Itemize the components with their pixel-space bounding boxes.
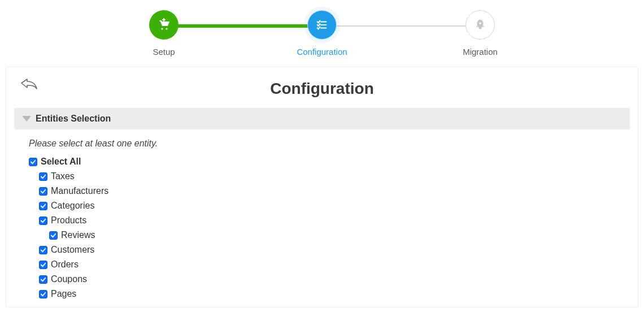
rocket-icon [474,19,486,31]
entity-label: Manufacturers [51,186,108,196]
list-check-icon [316,19,328,31]
select-all-row[interactable]: Select All [29,154,630,169]
svg-point-0 [161,28,163,29]
entity-row[interactable]: Categories [29,198,630,213]
step-setup-circle [149,10,179,40]
entity-label: Coupons [51,274,87,284]
step-configuration-label: Configuration [297,47,347,57]
entity-row[interactable]: Coupons [29,272,630,287]
step-setup[interactable]: Setup [85,10,243,57]
entity-list: Select All TaxesManufacturersCategoriesP… [6,152,638,301]
entity-checkbox[interactable] [39,187,47,196]
connector-upcoming [322,25,480,27]
step-migration[interactable]: Migration [401,10,559,57]
entity-checkbox[interactable] [39,275,47,284]
svg-point-1 [166,28,167,29]
instructions-text: Please select at least one entity. [6,129,638,152]
entity-row[interactable]: Orders [29,257,630,272]
entity-checkbox[interactable] [39,217,47,225]
section-header-entities[interactable]: Entities Selection [14,108,630,129]
entity-label: Products [51,215,86,226]
connector-done [164,24,322,28]
svg-rect-3 [162,19,166,20]
entity-checkbox[interactable] [39,202,47,210]
card-head: Configuration [6,67,638,108]
entity-checkbox[interactable] [39,290,47,298]
entity-checkbox[interactable] [49,231,58,240]
step-migration-label: Migration [463,47,498,57]
entity-checkbox[interactable] [39,246,47,254]
entity-label: Pages [51,289,76,299]
cart-plus-icon [157,18,171,32]
reply-arrow-icon [20,83,38,93]
entity-row[interactable]: Taxes [29,169,630,184]
entity-label: Customers [51,245,94,255]
collapse-triangle-icon [22,116,31,122]
config-card: Configuration Entities Selection Please … [6,67,638,308]
stepper: Setup Configuration [0,0,644,62]
svg-point-7 [479,23,481,24]
entity-label: Categories [51,201,94,211]
entity-label: Reviews [61,230,95,240]
step-setup-label: Setup [153,47,175,57]
step-configuration[interactable]: Configuration [243,10,401,57]
entity-label: Taxes [51,171,75,181]
entity-checkbox[interactable] [39,172,47,181]
entity-row[interactable]: Customers [29,243,630,257]
select-all-checkbox[interactable] [29,158,37,166]
step-configuration-circle [307,10,337,40]
entity-row[interactable]: Pages [29,287,630,301]
entity-label: Orders [51,259,79,270]
step-migration-circle [465,10,495,40]
section-title: Entities Selection [36,114,111,124]
entity-row[interactable]: Reviews [29,228,630,243]
entity-row[interactable]: Products [29,213,630,228]
select-all-label: Select All [41,157,81,167]
entity-row[interactable]: Manufacturers [29,184,630,198]
back-button[interactable] [20,77,38,93]
entity-checkbox[interactable] [39,261,47,269]
page-title: Configuration [19,75,625,108]
